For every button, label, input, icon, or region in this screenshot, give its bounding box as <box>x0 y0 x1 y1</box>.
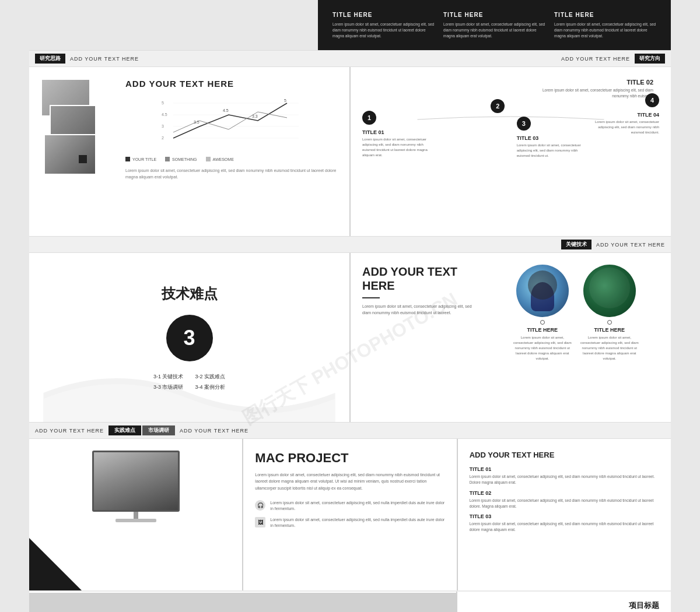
headphone-icon: 🎧 <box>255 500 265 511</box>
tech-title-zh: 技术难点 <box>162 284 218 303</box>
top-col-1: TITLE HERE Lorem ipsum dolor sit amet, c… <box>332 12 435 38</box>
top-col-3-title: TITLE HERE <box>554 12 656 18</box>
icon-row-2: 🖼 Lorem ipsum dolor sit amet, consectetu… <box>255 517 444 529</box>
slide-research-path: ADD YOUR TEXT HERE 5 4.5 3 2 <box>29 67 349 236</box>
title02-label-slide6: TITLE 02 <box>470 490 659 496</box>
slide1-body: Lorem ipsum dolor sit amet, consectetuer… <box>125 167 338 180</box>
big-number-circle: 3 <box>166 315 213 361</box>
svg-text:2: 2 <box>162 136 164 140</box>
legend-3: AWESOME <box>206 157 234 161</box>
mac-body: Lorem ipsum dolor sit amet, consectetuer… <box>255 472 444 491</box>
section-bar-2: 关键技术 ADD YOUR TEXT HERE <box>29 236 671 253</box>
circle1-title: TITLE HERE <box>513 327 572 333</box>
circle2-title: TITLE HERE <box>580 327 639 333</box>
bar2-left-text: ADD YOUR TEXT HERE <box>596 242 665 248</box>
slide-mac-text: MAC PROJECT Lorem ipsum dolor sit amet, … <box>243 439 456 590</box>
section-bar-3: ADD YOUR TEXT HERE 实践难点 市场调研 ADD YOUR TE… <box>29 422 671 439</box>
circle-1-img <box>516 265 569 317</box>
section-bar-1: 研究思路 ADD YOUR TEXT HERE ADD YOUR TEXT HE… <box>29 50 671 67</box>
slide-add-text: ADD YOUR TEXT HERE TITLE 01 Lorem ipsum … <box>458 439 671 590</box>
svg-text:3.3: 3.3 <box>252 114 258 118</box>
slide1-title: ADD YOUR TEXT HERE <box>125 79 338 89</box>
circle-item-1: TITLE HERE Lorem ipsum dolor sit amet, c… <box>513 265 572 361</box>
circle-dot-1 <box>540 320 545 325</box>
title01-section: TITLE 01 Lorem ipsum dolor sit amet, con… <box>470 466 659 486</box>
svg-text:3: 3 <box>162 124 164 128</box>
mac-title: MAC PROJECT <box>255 451 444 466</box>
title02-section-slide6: TITLE 02 Lorem ipsum dolor sit amet, con… <box>470 490 659 509</box>
top-col-3: TITLE HERE Lorem ipsum dolor sit amet, c… <box>554 12 656 38</box>
top-col-3-text: Lorem ipsum dolor sit amet, consectetuer… <box>554 22 656 38</box>
bar3-tab2[interactable]: 市场调研 <box>142 425 175 435</box>
top-col-2: TITLE HERE Lorem ipsum dolor sit amet, c… <box>443 12 545 38</box>
bar1-left-label: 研究思路 <box>35 54 65 64</box>
slide-research-direction: TITLE 02 Lorem ipsum dolor sit amet, con… <box>351 67 671 236</box>
bar3-right-text: ADD YOUR TEXT HERE <box>180 428 249 434</box>
top-col-2-text: Lorem ipsum dolor sit amet, consectetuer… <box>443 22 545 38</box>
slide-chart: 项目标题 35 30 25 20 15 10 <box>457 592 671 612</box>
item3-text: Lorem ipsum dolor sit amet, consectetuer… <box>517 143 582 159</box>
monitor-base <box>116 519 156 522</box>
photo-3 <box>44 134 96 175</box>
top-col-1-title: TITLE HERE <box>332 12 435 18</box>
slide4-body: Lorem ipsum dolor sit amet, consectetuer… <box>362 303 481 316</box>
monitor-neck <box>134 512 138 519</box>
line-chart: 5 4.5 3 2 3.5 4.5 <box>125 97 338 150</box>
icon2-text: Lorem ipsum dolor sit amet, consectetuer… <box>270 517 444 529</box>
bar1-left-text: ADD YOUR TEXT HERE <box>70 56 139 62</box>
svg-text:5: 5 <box>162 101 164 105</box>
title-divider <box>362 297 380 298</box>
numbered-item-1: 1 TITLE 01 Lorem ipsum dolor sit amet, c… <box>362 111 428 158</box>
title01-text: Lorem ipsum dolor sit amet, consectetuer… <box>470 474 659 486</box>
circle1-text: Lorem ipsum dolor sit amet, consectetuer… <box>513 335 572 361</box>
item4-text: Lorem ipsum dolor sit amet, consectetuer… <box>594 119 659 135</box>
svg-text:3.5: 3.5 <box>194 120 200 124</box>
legend-2: SOMETHING <box>165 157 197 161</box>
slide-tech-difficulties: 技术难点 3 3-1 关键技术 3-2 实践难点 3-3 市场调研 3-4 案例… <box>29 253 349 422</box>
numbered-item-3: 3 TITLE 03 Lorem ipsum dolor sit amet, c… <box>517 117 582 159</box>
title02-text-slide6: Lorem ipsum dolor sit amet, consectetuer… <box>470 498 659 509</box>
numbered-item-2: 2 <box>439 99 505 118</box>
black-triangle <box>29 538 82 590</box>
circle-item-2: TITLE HERE Lorem ipsum dolor sit amet, c… <box>580 265 639 361</box>
chart-title: 项目标题 <box>469 600 659 611</box>
title03-section-slide6: TITLE 03 Lorem ipsum dolor sit amet, con… <box>470 513 659 533</box>
bar3-text: ADD YOUR TEXT HERE <box>35 428 104 434</box>
photo-stack <box>41 79 117 207</box>
icon-row-1: 🎧 Lorem ipsum dolor sit amet, consectetu… <box>255 500 444 512</box>
bar1-right-label: 研究方向 <box>635 54 665 64</box>
bar2-left-label: 关键技术 <box>561 240 592 249</box>
svg-text:4.5: 4.5 <box>223 108 229 112</box>
top-col-2-title: TITLE HERE <box>443 12 545 18</box>
monitor-container <box>41 451 230 522</box>
svg-text:4.5: 4.5 <box>162 112 167 117</box>
circle2-text: Lorem ipsum dolor sit amet, consectetuer… <box>580 335 639 361</box>
item4-title: TITLE 04 <box>594 112 659 118</box>
icon1-text: Lorem ipsum dolor sit amet, consectetuer… <box>270 500 444 512</box>
image-icon: 🖼 <box>255 517 265 527</box>
item3-title: TITLE 03 <box>517 135 582 141</box>
legend-1: YOUR TITLE <box>125 157 156 161</box>
top-col-1-text: Lorem ipsum dolor sit amet, consectetuer… <box>332 22 435 38</box>
title01-label: TITLE 01 <box>470 466 659 472</box>
bar1-right-text: ADD YOUR TEXT HERE <box>561 56 630 62</box>
svg-text:5: 5 <box>284 99 286 103</box>
item1-title: TITLE 01 <box>362 129 428 135</box>
slide4-right: TITLE HERE Lorem ipsum dolor sit amet, c… <box>493 265 659 361</box>
slide4-left: ADD YOUR TEXT HERE Lorem ipsum dolor sit… <box>362 265 481 316</box>
slide-key-tech: ADD YOUR TEXT HERE Lorem ipsum dolor sit… <box>351 253 671 422</box>
slide1-right: ADD YOUR TEXT HERE 5 4.5 3 2 <box>125 79 338 207</box>
monitor-screen <box>92 451 180 512</box>
slide-mac-project <box>29 439 242 590</box>
numbered-item-4: 4 TITLE 04 Lorem ipsum dolor sit amet, c… <box>594 93 659 135</box>
slide6-main-title: ADD YOUR TEXT HERE <box>470 451 659 459</box>
circle-dot-2 <box>607 320 612 325</box>
title03-text-slide6: Lorem ipsum dolor sit amet, consectetuer… <box>470 521 659 533</box>
item1-text: Lorem ipsum dolor sit amet, consectetuer… <box>362 137 428 158</box>
title03-label-slide6: TITLE 03 <box>470 513 659 519</box>
bar3-tab1[interactable]: 实践难点 <box>108 425 141 435</box>
circle-2-img <box>583 265 636 317</box>
chart-legend: YOUR TITLE SOMETHING AWESOME <box>125 157 338 161</box>
photo-square-accent <box>79 155 87 163</box>
title02-label: TITLE 02 <box>626 79 653 86</box>
